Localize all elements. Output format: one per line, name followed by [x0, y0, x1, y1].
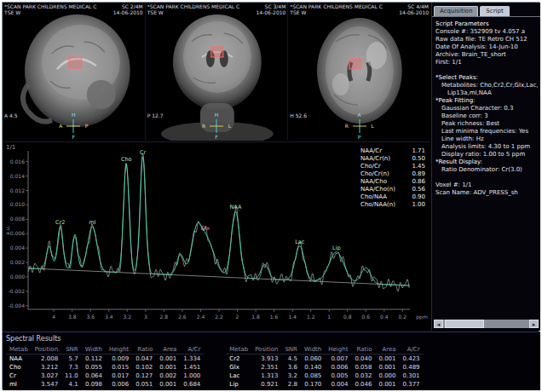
- script-parameter-line: First: 1/1: [435, 59, 538, 66]
- result-cell: 0.127: [132, 372, 156, 380]
- axis-letter-down: F: [215, 135, 217, 140]
- result-cell: 4.1: [61, 380, 82, 389]
- results-table: MetabPositionSNRWidthHeightRatioAreaA/Cr…: [226, 345, 423, 389]
- result-cell: 0.032: [351, 372, 375, 380]
- series-label: SC 3/4M: [256, 3, 285, 9]
- scrollbar-thumb[interactable]: [445, 320, 484, 328]
- result-row: mI3.5474.10.0980.0060.0510.0010.684: [6, 380, 204, 389]
- results-column-header: Position: [251, 345, 281, 355]
- result-cell: 0.921: [251, 380, 281, 389]
- scrollbar-track[interactable]: [443, 320, 529, 328]
- result-cell: 0.377: [400, 380, 424, 389]
- script-parameter-line: Peak richness: Best: [435, 120, 538, 128]
- svg-text:2.6: 2.6: [178, 314, 187, 320]
- results-table-left: MetabPositionSNRWidthHeightRatioAreaA/Cr…: [6, 345, 204, 389]
- svg-text:0.2: 0.2: [399, 314, 407, 320]
- svg-text:3.8: 3.8: [68, 314, 77, 320]
- viewport-info-top-right: SC 4/4M 14-06-2010: [399, 3, 429, 15]
- viewport-info-top-right: SC 2/4M 14-06-2010: [113, 3, 143, 15]
- script-parameter-line: Date Of Analysis: 14-Jun-10: [435, 43, 538, 51]
- script-parameter-line: *Peak Fitting:: [435, 97, 538, 105]
- ratio-row: NAA/Cho(n)0.56: [360, 186, 425, 193]
- script-parameter-line: *Select Peaks:: [435, 74, 538, 82]
- viewport-axial[interactable]: *SCAN PARK CHILDRENS MEDICAL C TSE W SC …: [288, 3, 430, 141]
- axis-letter-left: R: [345, 124, 349, 129]
- script-parameter-line: Metabolites: Cho,Cr2,Cr,Glx,Lac,: [435, 82, 538, 89]
- ratio-label: Cho/Cr(n): [360, 170, 389, 178]
- script-parameter-line: *Result Display:: [435, 159, 538, 166]
- results-column-header: Position: [32, 345, 61, 355]
- result-cell: 0.112: [82, 355, 106, 364]
- results-column-header: Height: [325, 345, 351, 355]
- results-column-header: Area: [375, 345, 399, 355]
- result-row: Cr23.9134.50.0600.0070.0400.0010.423: [226, 355, 423, 364]
- scroll-left-arrow-icon[interactable]: ◂: [434, 320, 443, 328]
- svg-text:0.012: 0.012: [10, 187, 25, 193]
- script-parameter-line: Baseline corr: 3: [435, 112, 538, 120]
- app-window: *SCAN PARK CHILDRENS MEDICAL C TSE W SC …: [0, 0, 542, 392]
- viewport-info-top-left: *SCAN PARK CHILDRENS MEDICAL C TSE W: [4, 3, 97, 15]
- viewport-strip: *SCAN PARK CHILDRENS MEDICAL C TSE W SC …: [3, 3, 430, 141]
- ratio-value: 0.50: [412, 155, 425, 163]
- svg-text:1.8: 1.8: [251, 314, 260, 320]
- viewport-info-top-right: SC 3/4M 14-06-2010: [256, 3, 285, 15]
- ratio-value: 1.45: [412, 163, 425, 170]
- svg-text:3.2: 3.2: [124, 314, 132, 320]
- result-cell: 0.001: [156, 380, 180, 389]
- result-row: Cr3.02711.00.0640.0170.1270.0021.000: [6, 372, 204, 380]
- result-cell: 1.334: [180, 355, 204, 364]
- axis-cross-icon: [207, 117, 226, 135]
- result-cell: 0.085: [301, 372, 325, 380]
- patient-name-label: *SCAN PARK CHILDRENS MEDICAL C: [147, 3, 240, 9]
- viewport-info-bottom-left: P 12.7: [147, 112, 164, 118]
- peak-label: Cho: [121, 156, 132, 163]
- ratio-row: Cho/NAA0.90: [360, 193, 425, 201]
- ratio-label: NAA/Cr(n): [360, 155, 390, 163]
- viewport-sagittal[interactable]: *SCAN PARK CHILDRENS MEDICAL C TSE W SC …: [3, 3, 145, 141]
- ratio-label: NAA/Cho: [360, 178, 387, 186]
- viewport-coronal[interactable]: *SCAN PARK CHILDRENS MEDICAL C TSE W SC …: [146, 3, 288, 141]
- tab-acquisition[interactable]: Acquisition: [434, 6, 478, 16]
- result-cell: 1.451: [180, 363, 204, 372]
- svg-text:0.8: 0.8: [343, 314, 352, 320]
- svg-text:4: 4: [52, 314, 55, 320]
- results-column-header: Width: [301, 345, 325, 355]
- result-cell: 0.058: [351, 363, 375, 372]
- ratio-row: NAA/Cho0.86: [360, 178, 425, 186]
- axis-cross-icon: [350, 117, 369, 135]
- result-cell: 0.005: [325, 372, 351, 380]
- results-table: MetabPositionSNRWidthHeightRatioAreaA/Cr…: [6, 345, 204, 389]
- ratio-label: NAA/Cho(n): [360, 186, 395, 193]
- result-cell: 0.017: [106, 372, 132, 380]
- svg-text:-0.004: -0.004: [9, 303, 26, 308]
- result-cell: 0.001: [156, 355, 180, 364]
- result-cell: 0.002: [156, 372, 180, 380]
- result-row: NAA2.0085.70.1120.0090.0470.0011.334: [6, 355, 204, 364]
- ratio-row: Cho/Cr1.45: [360, 163, 425, 170]
- spectroscopy-workstation: *SCAN PARK CHILDRENS MEDICAL C TSE W SC …: [2, 2, 539, 389]
- result-cell: 4.5: [281, 355, 301, 364]
- script-parameter-line: [435, 174, 538, 182]
- svg-text:1: 1: [327, 314, 331, 320]
- axis-letter-right: L: [228, 124, 231, 129]
- result-cell: Lip: [226, 380, 251, 389]
- result-cell: 0.040: [351, 355, 375, 364]
- tab-script[interactable]: Script: [480, 6, 509, 16]
- slice-position-label: P 12.7: [147, 112, 164, 118]
- scroll-right-arrow-icon[interactable]: ▸: [529, 320, 539, 328]
- results-tables: MetabPositionSNRWidthHeightRatioAreaA/Cr…: [6, 345, 424, 389]
- svg-text:0.6: 0.6: [362, 314, 371, 320]
- right-panel-hscrollbar[interactable]: ◂ ▸: [434, 320, 539, 328]
- svg-text:0.008: 0.008: [10, 216, 25, 222]
- axis-letter-up: H: [215, 112, 219, 118]
- scan-date-label: 14-06-2010: [399, 9, 429, 15]
- ratio-value: 1.00: [412, 201, 425, 209]
- results-column-header: Area: [156, 345, 180, 355]
- result-cell: 0.060: [301, 355, 325, 364]
- result-cell: 7.3: [61, 363, 82, 372]
- svg-text:0.4: 0.4: [380, 314, 389, 320]
- result-cell: 0.489: [400, 363, 424, 372]
- result-cell: mI: [6, 380, 32, 389]
- result-cell: 3.212: [32, 363, 61, 372]
- svg-text:-0.002: -0.002: [9, 288, 26, 294]
